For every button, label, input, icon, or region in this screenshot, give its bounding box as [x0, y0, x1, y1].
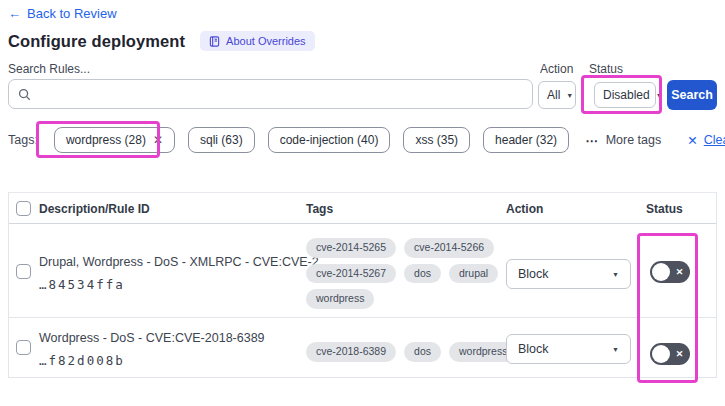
rule-tag-badge: drupal: [449, 264, 498, 284]
table-row: Drupal, Wordpress - DoS - XMLRPC - CVE:C…: [9, 224, 716, 318]
search-rules-input[interactable]: [38, 87, 523, 102]
rules-table: Description/Rule ID Tags Action Status D…: [8, 192, 717, 378]
row-checkbox[interactable]: [16, 340, 31, 355]
search-icon: [18, 88, 31, 101]
table-header-row: Description/Rule ID Tags Action Status: [9, 193, 716, 224]
tag-pill-label: code-injection (40): [280, 133, 379, 147]
action-filter-value: All: [547, 88, 560, 102]
action-select-value: Block: [518, 342, 549, 356]
rule-description: Wordpress - DoS - CVE:CVE-2018-6389: [39, 331, 265, 345]
rule-tag-badge: cve-2014-5267: [306, 264, 396, 284]
column-header-action: Action: [506, 202, 543, 216]
search-rules-label: Search Rules...: [8, 62, 90, 76]
toggle-off-x-icon: ✕: [673, 266, 686, 279]
rule-tag-badge: cve-2018-6389: [306, 342, 396, 362]
action-select[interactable]: Block ▼: [506, 259, 631, 289]
tag-pill-label: wordpress (28): [66, 133, 146, 147]
more-tags-label: More tags: [606, 133, 662, 147]
column-header-tags: Tags: [306, 202, 333, 216]
clear-tags-button[interactable]: ✕ Clear tags: [687, 133, 725, 148]
about-overrides-label: About Overrides: [226, 35, 305, 47]
chevron-down-icon: ▼: [612, 346, 619, 353]
action-label: Action: [540, 62, 573, 76]
rule-tag-badge: wordpress: [306, 289, 374, 309]
status-filter-dropdown[interactable]: Disabled ▼: [594, 82, 656, 108]
column-header-description: Description/Rule ID: [39, 202, 150, 216]
status-filter-value: Disabled: [603, 88, 650, 102]
rule-tag-badge: dos: [404, 342, 441, 362]
status-toggle[interactable]: ✕: [650, 261, 690, 283]
rule-tags: cve-2014-5265 cve-2014-5266 cve-2014-526…: [306, 238, 508, 309]
action-filter-dropdown[interactable]: All ▼: [538, 81, 576, 109]
tag-pill-header[interactable]: header (32): [483, 127, 569, 153]
chevron-down-icon: ▼: [656, 92, 663, 99]
book-icon: [209, 36, 220, 47]
clear-x-icon: ✕: [687, 133, 697, 148]
toggle-off-x-icon: ✕: [673, 348, 686, 361]
tag-pill-label: xss (35): [415, 133, 458, 147]
rule-tags: cve-2018-6389 dos wordpress: [306, 342, 517, 362]
tag-pill-wordpress-selected[interactable]: wordpress (28) ✕: [54, 127, 175, 153]
search-rules-box: [8, 79, 533, 109]
clear-tags-label: Clear tags: [704, 133, 725, 147]
toggle-knob: [652, 263, 670, 281]
rule-id: …84534ffa: [39, 277, 125, 292]
back-arrow-icon: ←: [8, 6, 21, 21]
action-select[interactable]: Block ▼: [506, 334, 631, 364]
rule-tag-badge: dos: [404, 264, 441, 284]
tags-bar: Tags: wordpress (28) ✕ sqli (63) code-in…: [8, 127, 725, 153]
tag-pill-code-injection[interactable]: code-injection (40): [268, 127, 391, 153]
search-button[interactable]: Search: [667, 80, 717, 110]
remove-tag-icon[interactable]: ✕: [153, 134, 163, 146]
rule-description: Drupal, Wordpress - DoS - XMLRPC - CVE:C…: [39, 255, 329, 269]
row-checkbox[interactable]: [16, 264, 31, 279]
column-header-status: Status: [646, 202, 683, 216]
ellipsis-icon: ⋯: [585, 133, 599, 148]
rule-tag-badge: cve-2014-5265: [306, 238, 396, 258]
rule-tag-badge: cve-2014-5266: [404, 238, 494, 258]
action-select-value: Block: [518, 267, 549, 281]
tag-pill-sqli[interactable]: sqli (63): [188, 127, 255, 153]
tag-pill-xss[interactable]: xss (35): [403, 127, 470, 153]
tag-pill-label: header (32): [495, 133, 557, 147]
status-toggle[interactable]: ✕: [650, 343, 690, 365]
about-overrides-badge[interactable]: About Overrides: [200, 31, 314, 51]
toggle-knob: [652, 345, 670, 363]
rule-id: …f82d008b: [39, 353, 125, 368]
title-row: Configure deployment About Overrides: [8, 31, 315, 51]
chevron-down-icon: ▼: [612, 271, 619, 278]
table-row: Wordpress - DoS - CVE:CVE-2018-6389 …f82…: [9, 318, 716, 377]
chevron-down-icon: ▼: [566, 92, 573, 99]
more-tags-button[interactable]: ⋯ More tags: [585, 133, 661, 148]
tags-label: Tags:: [8, 133, 38, 147]
back-link-label: Back to Review: [27, 6, 117, 21]
tag-pill-label: sqli (63): [200, 133, 243, 147]
select-all-checkbox[interactable]: [16, 201, 31, 216]
back-to-review-link[interactable]: ← Back to Review: [8, 6, 117, 21]
page-title: Configure deployment: [8, 32, 185, 51]
status-label: Status: [589, 62, 623, 76]
